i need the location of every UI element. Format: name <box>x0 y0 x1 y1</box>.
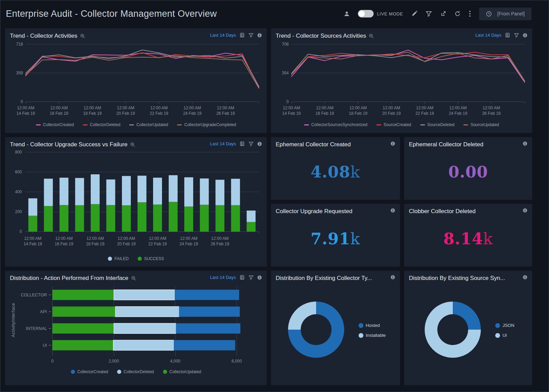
line-chart-collector-activities[interactable]: 035971812:00 AM14 Feb 1912:00 AM16 Feb 1… <box>10 39 262 121</box>
legend-item[interactable]: CollectorSourcesSynchronized <box>304 122 367 127</box>
stat-title: Collector Upgrade Requested <box>276 208 352 215</box>
info-icon[interactable] <box>523 33 527 38</box>
filter-icon[interactable] <box>514 33 519 38</box>
legend-swatch <box>495 333 500 338</box>
row-trend-lines: Trend - Collector Activities Last 14 Day… <box>5 28 544 133</box>
legend-swatch <box>177 124 182 125</box>
svg-text:12:00 AM: 12:00 AM <box>211 236 229 241</box>
table-view-icon[interactable] <box>240 141 245 146</box>
donut-chart-source-sync[interactable] <box>422 299 484 362</box>
donut-chart-collector-type[interactable] <box>285 299 347 362</box>
legend-item[interactable]: SourceUpdated <box>463 122 499 127</box>
panel-title: Trend - Collector Sources Activities <box>276 33 366 39</box>
time-range-link[interactable]: Last 14 Days <box>210 141 236 146</box>
time-range-selector[interactable]: [From Panel] <box>479 8 532 20</box>
legend-label: CollectorDeleted <box>90 122 121 127</box>
legend-item[interactable]: CollectorUpdated <box>163 369 201 374</box>
filter-icon[interactable] <box>249 275 253 280</box>
kebab-menu-icon[interactable] <box>469 10 471 17</box>
magnifier-icon[interactable] <box>131 276 136 281</box>
time-range-link[interactable]: Last 14 Days <box>210 275 236 280</box>
refresh-icon[interactable] <box>454 11 461 17</box>
legend-item[interactable]: CollectorCreated <box>36 122 74 127</box>
legend-item[interactable]: CollectorUpgradeCompleted <box>177 122 236 127</box>
legend-item[interactable]: SourceCreated <box>376 122 411 127</box>
stacked-bar-chart-upgrades[interactable]: 020040060080012:00 AM14 Feb 1912:00 AM16… <box>10 148 262 255</box>
line-chart-collector-sources[interactable]: 035470812:00 AM14 Feb 1912:00 AM16 Feb 1… <box>276 39 527 121</box>
legend-item[interactable]: SourceDeleted <box>420 122 454 127</box>
panel-existing-source-sync: Distribution By Existing Source Syn... J… <box>404 271 532 385</box>
svg-text:4,000: 4,000 <box>170 359 180 364</box>
svg-text:26 Feb 19: 26 Feb 19 <box>211 242 229 246</box>
svg-text:800: 800 <box>15 150 22 155</box>
svg-text:API: API <box>40 309 47 314</box>
svg-text:24 Feb 19: 24 Feb 19 <box>449 111 467 116</box>
table-view-icon[interactable] <box>240 33 245 38</box>
magnifier-icon[interactable] <box>369 34 374 39</box>
stat-title: Ephemeral Collector Deleted <box>409 141 483 148</box>
svg-text:INTERNAL: INTERNAL <box>26 326 47 331</box>
user-icon[interactable] <box>344 11 350 17</box>
legend-item[interactable]: CollectorDeleted <box>117 369 154 374</box>
info-icon[interactable] <box>523 275 527 280</box>
filter-icon[interactable] <box>249 33 253 38</box>
magnifier-icon[interactable] <box>80 34 85 39</box>
legend-label: CollectorUpdated <box>170 369 201 374</box>
legend-swatch <box>163 370 167 374</box>
filter-icon[interactable] <box>249 142 253 146</box>
panel-title: Trend - Collector Activities <box>10 33 77 39</box>
edit-pencil-icon[interactable] <box>411 11 417 17</box>
table-view-icon[interactable] <box>240 275 245 280</box>
legend-label: CollectorDeleted <box>124 369 154 374</box>
hbar-chart-action-interface[interactable]: 02,0004,0006,000COLLECTORAPIINTERNALUIAc… <box>10 282 262 368</box>
svg-text:6,000: 6,000 <box>232 359 242 364</box>
svg-text:200: 200 <box>15 209 22 214</box>
magnifier-icon[interactable] <box>130 142 135 147</box>
info-icon[interactable] <box>257 142 262 146</box>
share-icon[interactable] <box>440 11 446 17</box>
time-range-link[interactable]: Last 14 Days <box>475 33 501 38</box>
legend-item[interactable]: CollectorDeleted <box>83 122 121 127</box>
legend-label: CollectorCreated <box>77 369 108 374</box>
legend-item[interactable]: CollectorUpdated <box>129 122 168 127</box>
svg-text:354: 354 <box>282 71 289 75</box>
legend-item[interactable]: Hosted <box>359 323 386 328</box>
toggle-knob <box>359 11 365 17</box>
info-icon[interactable] <box>390 275 395 280</box>
svg-text:12:00 AM: 12:00 AM <box>24 236 41 241</box>
time-range-link[interactable]: Last 14 Days <box>210 33 236 38</box>
svg-text:12:00 AM: 12:00 AM <box>149 236 166 241</box>
svg-text:2,000: 2,000 <box>109 359 119 364</box>
legend-item[interactable]: CollectorCreated <box>71 369 108 374</box>
legend-item[interactable]: SUCCESS <box>138 256 164 261</box>
legend-swatch <box>304 124 309 125</box>
legend-swatch <box>463 124 468 125</box>
chart-legend: FAILEDSUCCESS <box>10 256 262 261</box>
live-mode-toggle[interactable] <box>358 10 374 17</box>
svg-text:12:00 AM: 12:00 AM <box>283 106 300 110</box>
legend-swatch <box>138 257 142 261</box>
legend-item[interactable]: FAILED <box>108 256 128 261</box>
info-icon[interactable] <box>523 208 527 213</box>
info-icon[interactable] <box>257 275 262 280</box>
legend-label: SourceDeleted <box>427 122 454 127</box>
stat-value: 0.00 <box>448 163 488 181</box>
svg-text:22 Feb 19: 22 Feb 19 <box>150 111 168 116</box>
legend-item[interactable]: JSON <box>495 323 514 328</box>
row-upgrade-and-stats: Trend - Collector Upgrade Success vs Fai… <box>5 137 544 267</box>
svg-text:12:00 AM: 12:00 AM <box>483 106 500 110</box>
clock-icon <box>486 11 492 17</box>
legend-item[interactable]: Installable <box>359 333 386 338</box>
table-view-icon[interactable] <box>505 33 510 38</box>
legend-swatch <box>71 370 75 374</box>
info-icon[interactable] <box>390 208 395 213</box>
svg-text:12:00 AM: 12:00 AM <box>180 236 198 241</box>
info-icon[interactable] <box>523 141 527 146</box>
filter-icon[interactable] <box>426 11 432 17</box>
info-icon[interactable] <box>390 141 395 146</box>
stat-title: Ephemeral Collector Created <box>276 141 351 148</box>
svg-text:359: 359 <box>16 71 23 75</box>
legend-item[interactable]: UI <box>495 333 514 338</box>
info-icon[interactable] <box>257 33 262 38</box>
svg-text:16 Feb 19: 16 Feb 19 <box>315 111 334 116</box>
